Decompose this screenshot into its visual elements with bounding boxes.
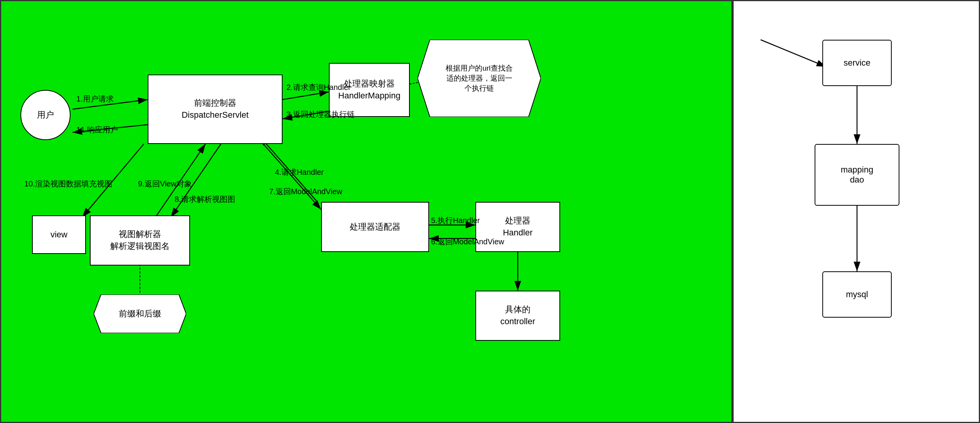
controller-line1: 具体的 <box>500 304 535 316</box>
label-arrow5: 5.执行Handler <box>431 215 480 226</box>
handler-adapter-box: 处理器适配器 <box>321 202 429 252</box>
label-arrow9: 9.返回View对象 <box>138 179 192 189</box>
label-arrow1: 1.用户请求 <box>76 94 114 104</box>
dispatcher-line1: 前端控制器 <box>182 97 249 109</box>
dispatcher-line2: DispatcherServlet <box>182 109 249 121</box>
mysql-box: mysql <box>822 271 892 318</box>
label-arrow11: 11.响应用户 <box>76 125 118 135</box>
label-arrow2: 2.请求查询Handler <box>286 82 351 93</box>
left-panel: 用户 前端控制器 DispatcherServlet 处理器映射器 Handle… <box>0 0 732 423</box>
prefix-suffix-hex: 前缀和后缀 <box>94 294 186 333</box>
label-arrow3: 3.返回处理器执行链 <box>286 109 355 120</box>
label-arrow7: 7.返回ModelAndView <box>269 186 342 197</box>
service-box: service <box>822 40 892 86</box>
user-label: 用户 <box>37 109 54 121</box>
dispatcher-box: 前端控制器 DispatcherServlet <box>148 74 283 144</box>
right-panel: service mappingdao mysql <box>732 0 980 423</box>
user-circle: 用户 <box>20 90 71 140</box>
label-arrow6: 6.返回ModelAndView <box>431 237 504 247</box>
label-arrow8: 8.请求解析视图图 <box>175 194 235 205</box>
label-arrow4: 4.请求Handler <box>275 167 324 178</box>
controller-box: 具体的 controller <box>475 291 560 341</box>
handler-adapter-label: 处理器适配器 <box>350 221 401 233</box>
view-label: view <box>51 229 67 241</box>
view-resolver-line2: 解析逻辑视图名 <box>110 240 170 252</box>
service-label: service <box>844 58 871 68</box>
handler-line2: Handler <box>503 227 532 239</box>
svg-line-21 <box>761 40 826 67</box>
mapping-dao-box: mappingdao <box>815 144 899 206</box>
view-resolver-line1: 视图解析器 <box>110 228 170 240</box>
view-box: view <box>32 215 86 254</box>
label-arrow10: 10.渲染视图数据填充视图 <box>24 179 112 189</box>
svg-line-4 <box>283 92 329 100</box>
view-resolver-box: 视图解析器 解析逻辑视图名 <box>90 215 190 266</box>
mapping-dao-label: mappingdao <box>841 165 873 185</box>
mysql-label: mysql <box>846 289 868 299</box>
hexagon-note: 根据用户的url查找合适的处理器，返回一个执行链 <box>418 40 541 117</box>
prefix-suffix-label: 前缀和后缀 <box>119 308 161 320</box>
hexagon-note-text: 根据用户的url查找合适的处理器，返回一个执行链 <box>446 63 512 93</box>
handler-line1: 处理器 <box>503 215 532 227</box>
controller-line2: controller <box>500 316 535 328</box>
